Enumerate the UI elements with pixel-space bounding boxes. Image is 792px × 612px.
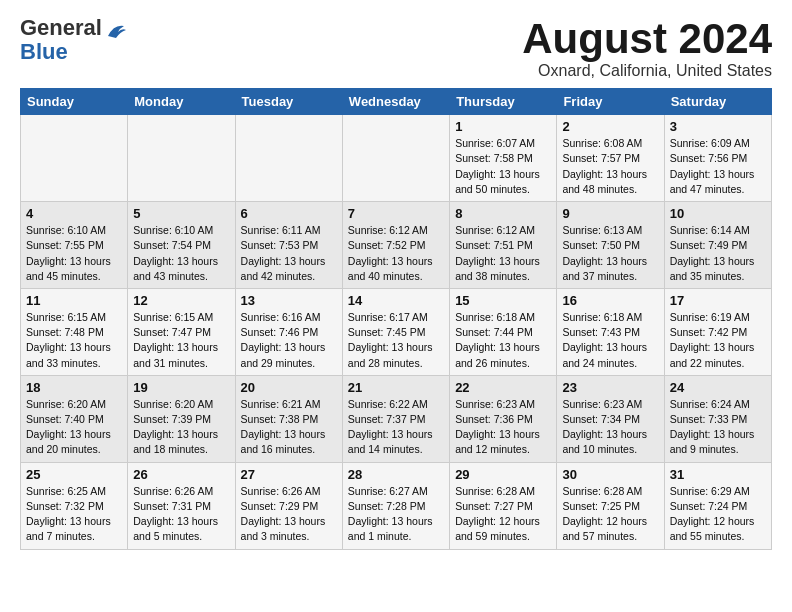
calendar-cell [128, 115, 235, 202]
title-area: August 2024 Oxnard, California, United S… [522, 16, 772, 80]
calendar-cell: 1Sunrise: 6:07 AM Sunset: 7:58 PM Daylig… [450, 115, 557, 202]
day-number: 19 [133, 380, 229, 395]
day-number: 7 [348, 206, 444, 221]
cell-content: Sunrise: 6:23 AM Sunset: 7:36 PM Dayligh… [455, 397, 551, 458]
cell-content: Sunrise: 6:22 AM Sunset: 7:37 PM Dayligh… [348, 397, 444, 458]
calendar-cell [235, 115, 342, 202]
cell-content: Sunrise: 6:20 AM Sunset: 7:40 PM Dayligh… [26, 397, 122, 458]
calendar-cell: 30Sunrise: 6:28 AM Sunset: 7:25 PM Dayli… [557, 462, 664, 549]
week-row-3: 11Sunrise: 6:15 AM Sunset: 7:48 PM Dayli… [21, 288, 772, 375]
cell-content: Sunrise: 6:07 AM Sunset: 7:58 PM Dayligh… [455, 136, 551, 197]
day-number: 2 [562, 119, 658, 134]
logo: General Blue [20, 16, 128, 64]
cell-content: Sunrise: 6:10 AM Sunset: 7:54 PM Dayligh… [133, 223, 229, 284]
subtitle: Oxnard, California, United States [522, 62, 772, 80]
cell-content: Sunrise: 6:26 AM Sunset: 7:31 PM Dayligh… [133, 484, 229, 545]
day-number: 17 [670, 293, 766, 308]
logo-text: General Blue [20, 16, 102, 64]
day-number: 13 [241, 293, 337, 308]
day-number: 23 [562, 380, 658, 395]
cell-content: Sunrise: 6:16 AM Sunset: 7:46 PM Dayligh… [241, 310, 337, 371]
calendar-cell [21, 115, 128, 202]
cell-content: Sunrise: 6:26 AM Sunset: 7:29 PM Dayligh… [241, 484, 337, 545]
calendar-cell: 16Sunrise: 6:18 AM Sunset: 7:43 PM Dayli… [557, 288, 664, 375]
calendar-cell: 13Sunrise: 6:16 AM Sunset: 7:46 PM Dayli… [235, 288, 342, 375]
day-number: 18 [26, 380, 122, 395]
calendar-cell: 20Sunrise: 6:21 AM Sunset: 7:38 PM Dayli… [235, 375, 342, 462]
day-number: 28 [348, 467, 444, 482]
calendar-cell: 15Sunrise: 6:18 AM Sunset: 7:44 PM Dayli… [450, 288, 557, 375]
cell-content: Sunrise: 6:11 AM Sunset: 7:53 PM Dayligh… [241, 223, 337, 284]
cell-content: Sunrise: 6:25 AM Sunset: 7:32 PM Dayligh… [26, 484, 122, 545]
day-number: 26 [133, 467, 229, 482]
calendar-cell: 8Sunrise: 6:12 AM Sunset: 7:51 PM Daylig… [450, 202, 557, 289]
calendar-cell: 31Sunrise: 6:29 AM Sunset: 7:24 PM Dayli… [664, 462, 771, 549]
day-number: 6 [241, 206, 337, 221]
day-number: 27 [241, 467, 337, 482]
calendar-cell: 17Sunrise: 6:19 AM Sunset: 7:42 PM Dayli… [664, 288, 771, 375]
logo-bird-icon [106, 22, 128, 40]
calendar-cell: 5Sunrise: 6:10 AM Sunset: 7:54 PM Daylig… [128, 202, 235, 289]
calendar-cell [342, 115, 449, 202]
week-row-1: 1Sunrise: 6:07 AM Sunset: 7:58 PM Daylig… [21, 115, 772, 202]
day-number: 31 [670, 467, 766, 482]
calendar-cell: 23Sunrise: 6:23 AM Sunset: 7:34 PM Dayli… [557, 375, 664, 462]
cell-content: Sunrise: 6:28 AM Sunset: 7:25 PM Dayligh… [562, 484, 658, 545]
day-number: 14 [348, 293, 444, 308]
cell-content: Sunrise: 6:14 AM Sunset: 7:49 PM Dayligh… [670, 223, 766, 284]
header: General Blue August 2024 Oxnard, Califor… [20, 16, 772, 80]
calendar-cell: 10Sunrise: 6:14 AM Sunset: 7:49 PM Dayli… [664, 202, 771, 289]
header-row: SundayMondayTuesdayWednesdayThursdayFrid… [21, 89, 772, 115]
cell-content: Sunrise: 6:24 AM Sunset: 7:33 PM Dayligh… [670, 397, 766, 458]
calendar-cell: 12Sunrise: 6:15 AM Sunset: 7:47 PM Dayli… [128, 288, 235, 375]
calendar-cell: 11Sunrise: 6:15 AM Sunset: 7:48 PM Dayli… [21, 288, 128, 375]
day-number: 15 [455, 293, 551, 308]
calendar-cell: 27Sunrise: 6:26 AM Sunset: 7:29 PM Dayli… [235, 462, 342, 549]
cell-content: Sunrise: 6:18 AM Sunset: 7:43 PM Dayligh… [562, 310, 658, 371]
day-number: 5 [133, 206, 229, 221]
calendar-cell: 14Sunrise: 6:17 AM Sunset: 7:45 PM Dayli… [342, 288, 449, 375]
day-number: 8 [455, 206, 551, 221]
cell-content: Sunrise: 6:29 AM Sunset: 7:24 PM Dayligh… [670, 484, 766, 545]
cell-content: Sunrise: 6:19 AM Sunset: 7:42 PM Dayligh… [670, 310, 766, 371]
calendar-cell: 21Sunrise: 6:22 AM Sunset: 7:37 PM Dayli… [342, 375, 449, 462]
calendar-cell: 29Sunrise: 6:28 AM Sunset: 7:27 PM Dayli… [450, 462, 557, 549]
cell-content: Sunrise: 6:18 AM Sunset: 7:44 PM Dayligh… [455, 310, 551, 371]
cell-content: Sunrise: 6:13 AM Sunset: 7:50 PM Dayligh… [562, 223, 658, 284]
cell-content: Sunrise: 6:08 AM Sunset: 7:57 PM Dayligh… [562, 136, 658, 197]
week-row-5: 25Sunrise: 6:25 AM Sunset: 7:32 PM Dayli… [21, 462, 772, 549]
calendar-cell: 9Sunrise: 6:13 AM Sunset: 7:50 PM Daylig… [557, 202, 664, 289]
day-number: 22 [455, 380, 551, 395]
day-number: 25 [26, 467, 122, 482]
cell-content: Sunrise: 6:20 AM Sunset: 7:39 PM Dayligh… [133, 397, 229, 458]
day-number: 12 [133, 293, 229, 308]
calendar-cell: 3Sunrise: 6:09 AM Sunset: 7:56 PM Daylig… [664, 115, 771, 202]
month-title: August 2024 [522, 16, 772, 62]
day-number: 29 [455, 467, 551, 482]
day-number: 9 [562, 206, 658, 221]
week-row-4: 18Sunrise: 6:20 AM Sunset: 7:40 PM Dayli… [21, 375, 772, 462]
calendar-cell: 26Sunrise: 6:26 AM Sunset: 7:31 PM Dayli… [128, 462, 235, 549]
column-header-wednesday: Wednesday [342, 89, 449, 115]
column-header-monday: Monday [128, 89, 235, 115]
calendar-cell: 28Sunrise: 6:27 AM Sunset: 7:28 PM Dayli… [342, 462, 449, 549]
column-header-saturday: Saturday [664, 89, 771, 115]
calendar-cell: 25Sunrise: 6:25 AM Sunset: 7:32 PM Dayli… [21, 462, 128, 549]
cell-content: Sunrise: 6:12 AM Sunset: 7:51 PM Dayligh… [455, 223, 551, 284]
cell-content: Sunrise: 6:28 AM Sunset: 7:27 PM Dayligh… [455, 484, 551, 545]
cell-content: Sunrise: 6:23 AM Sunset: 7:34 PM Dayligh… [562, 397, 658, 458]
calendar-cell: 19Sunrise: 6:20 AM Sunset: 7:39 PM Dayli… [128, 375, 235, 462]
day-number: 3 [670, 119, 766, 134]
calendar-cell: 4Sunrise: 6:10 AM Sunset: 7:55 PM Daylig… [21, 202, 128, 289]
day-number: 21 [348, 380, 444, 395]
day-number: 20 [241, 380, 337, 395]
column-header-sunday: Sunday [21, 89, 128, 115]
calendar-cell: 6Sunrise: 6:11 AM Sunset: 7:53 PM Daylig… [235, 202, 342, 289]
calendar-cell: 2Sunrise: 6:08 AM Sunset: 7:57 PM Daylig… [557, 115, 664, 202]
cell-content: Sunrise: 6:27 AM Sunset: 7:28 PM Dayligh… [348, 484, 444, 545]
column-header-friday: Friday [557, 89, 664, 115]
calendar-cell: 22Sunrise: 6:23 AM Sunset: 7:36 PM Dayli… [450, 375, 557, 462]
day-number: 24 [670, 380, 766, 395]
day-number: 30 [562, 467, 658, 482]
calendar-cell: 7Sunrise: 6:12 AM Sunset: 7:52 PM Daylig… [342, 202, 449, 289]
